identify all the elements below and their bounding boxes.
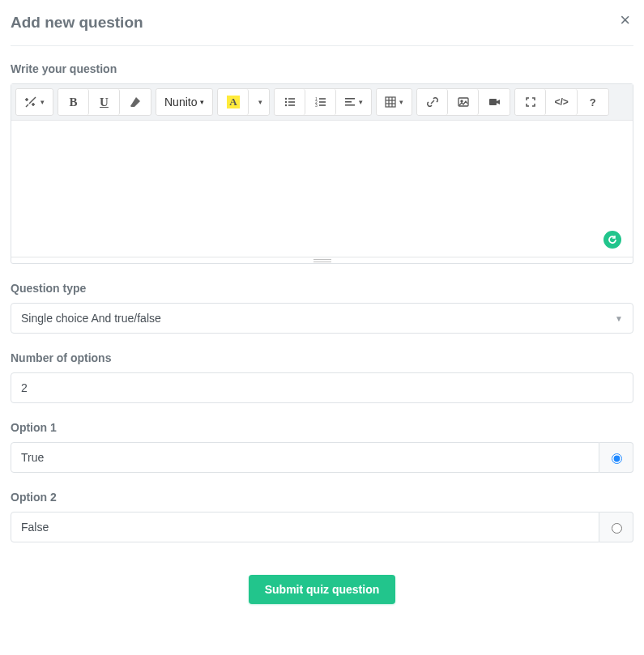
svg-line-0	[29, 97, 36, 104]
num-options-input[interactable]	[11, 372, 633, 403]
code-view-button[interactable]: </>	[546, 89, 577, 115]
add-question-modal: Add new question × Write your question ▾	[0, 0, 644, 604]
video-icon[interactable]	[479, 89, 510, 115]
svg-rect-17	[319, 104, 326, 106]
option-row	[11, 512, 633, 542]
fullscreen-icon[interactable]	[515, 89, 546, 115]
option-input[interactable]	[11, 512, 599, 542]
option-row	[11, 442, 633, 473]
image-icon[interactable]	[448, 89, 479, 115]
question-type-label: Question type	[11, 282, 633, 295]
svg-point-6	[285, 98, 287, 100]
caret-down-icon: ▾	[399, 98, 403, 106]
submit-button[interactable]: Submit quiz question	[249, 575, 396, 604]
svg-rect-9	[288, 101, 295, 103]
svg-point-10	[285, 104, 287, 106]
modal-header: Add new question ×	[11, 0, 633, 46]
option-input[interactable]	[11, 442, 599, 473]
font-family-dropdown[interactable]: Nunito ▾	[156, 89, 212, 115]
help-button[interactable]: ?	[578, 89, 608, 115]
link-icon[interactable]	[417, 89, 448, 115]
font-color-dropdown[interactable]: ▾	[249, 89, 269, 115]
svg-rect-18	[345, 98, 355, 100]
caret-down-icon: ▾	[41, 98, 45, 106]
modal-title: Add new question	[11, 14, 143, 32]
question-label: Write your question	[11, 62, 633, 75]
resize-handle[interactable]	[11, 257, 633, 263]
grammarly-icon[interactable]	[603, 231, 621, 249]
svg-rect-15	[319, 101, 326, 103]
font-color-button[interactable]: A	[218, 89, 249, 115]
svg-rect-28	[489, 99, 497, 105]
question-type-value: Single choice And true/false	[21, 312, 161, 325]
modal-footer: Submit quiz question	[11, 575, 633, 604]
svg-rect-13	[319, 98, 326, 100]
unordered-list-icon[interactable]	[275, 89, 305, 115]
svg-text:3: 3	[315, 103, 318, 108]
option-label: Option 1	[11, 421, 633, 434]
table-dropdown[interactable]: ▾	[377, 89, 412, 115]
editor-toolbar: ▾ B U Nunito ▾	[11, 84, 633, 121]
align-dropdown[interactable]: ▾	[336, 89, 371, 115]
svg-rect-7	[288, 98, 295, 100]
option-correct-radio[interactable]	[612, 453, 622, 464]
question-type-select[interactable]: Single choice And true/false ▼	[11, 303, 633, 334]
ordered-list-icon[interactable]: 123	[305, 89, 336, 115]
option-correct-radio[interactable]	[612, 523, 622, 534]
close-icon[interactable]: ×	[620, 11, 633, 34]
bold-button[interactable]: B	[58, 89, 89, 115]
caret-down-icon: ▾	[258, 98, 262, 106]
modal-body: Write your question ▾ B	[11, 46, 633, 604]
caret-down-icon: ▾	[200, 98, 204, 106]
svg-point-27	[461, 100, 463, 102]
option-label: Option 2	[11, 491, 633, 504]
option-radio-wrap	[599, 512, 633, 542]
svg-rect-19	[345, 101, 352, 103]
svg-line-1	[26, 104, 28, 107]
editor-content[interactable]	[11, 121, 633, 257]
underline-button[interactable]: U	[89, 89, 120, 115]
eraser-icon[interactable]	[120, 89, 151, 115]
svg-rect-11	[288, 104, 295, 106]
magic-wand-icon[interactable]: ▾	[16, 89, 53, 115]
option-radio-wrap	[599, 442, 633, 473]
svg-rect-21	[386, 97, 395, 107]
num-options-label: Number of options	[11, 351, 633, 364]
caret-down-icon: ▾	[359, 98, 363, 106]
caret-down-icon: ▼	[615, 314, 623, 323]
rich-text-editor: ▾ B U Nunito ▾	[11, 83, 633, 264]
svg-point-8	[285, 101, 287, 103]
svg-rect-20	[345, 104, 355, 106]
